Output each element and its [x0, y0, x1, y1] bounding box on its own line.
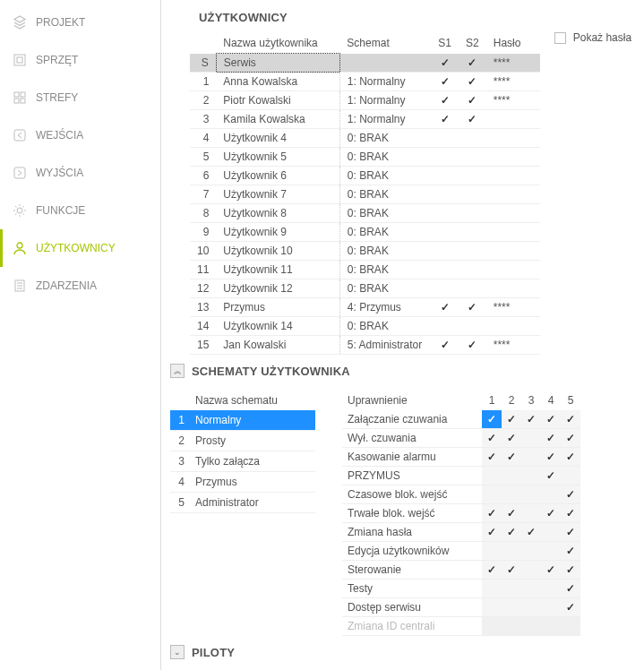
user-name-cell[interactable]: Użytkownik 5 [216, 148, 339, 167]
user-s1-checkbox[interactable] [431, 223, 459, 242]
user-scheme-cell[interactable]: 0: BRAK [339, 261, 431, 279]
user-s1-checkbox[interactable] [431, 336, 459, 355]
user-row[interactable]: 12Użytkownik 120: BRAK [190, 279, 540, 298]
user-row[interactable]: 6Użytkownik 60: BRAK [190, 167, 540, 185]
user-row[interactable]: 13Przymus4: Przymus**** [190, 298, 540, 317]
sidebar-item-zdarzenia[interactable]: ZDARZENIA [0, 267, 160, 305]
user-row[interactable]: 10Użytkownik 100: BRAK [190, 242, 540, 261]
user-password-cell[interactable] [486, 279, 540, 298]
user-row[interactable]: 2Piotr Kowalski1: Normalny**** [190, 91, 540, 110]
user-scheme-cell[interactable]: 5: Administrator [339, 336, 431, 355]
permission-checkbox[interactable] [521, 598, 541, 617]
user-s1-checkbox[interactable] [431, 204, 459, 223]
sidebar-item-wyjścia[interactable]: WYJŚCIA [0, 154, 160, 192]
user-name-cell[interactable]: Serwis [216, 54, 339, 73]
user-row[interactable]: 11Użytkownik 110: BRAK [190, 261, 540, 279]
user-name-cell[interactable]: Użytkownik 9 [216, 223, 339, 242]
sidebar-item-sprzęt[interactable]: SPRZĘT [0, 41, 160, 79]
permission-checkbox[interactable] [521, 485, 541, 504]
permission-checkbox[interactable] [521, 448, 541, 467]
user-row[interactable]: SSerwis**** [190, 54, 540, 73]
user-password-cell[interactable] [486, 242, 540, 261]
permission-checkbox[interactable] [561, 580, 580, 598]
user-scheme-cell[interactable]: 1: Normalny [339, 73, 431, 91]
permission-checkbox[interactable] [561, 561, 580, 580]
user-s2-checkbox[interactable] [459, 336, 486, 355]
permission-checkbox[interactable] [541, 504, 561, 523]
permission-checkbox[interactable] [561, 523, 580, 542]
permission-checkbox[interactable] [541, 448, 561, 467]
show-passwords-checkbox[interactable]: Pokaż hasła [554, 31, 631, 44]
user-password-cell[interactable]: **** [486, 91, 540, 110]
user-scheme-cell[interactable]: 0: BRAK [339, 223, 431, 242]
permission-checkbox[interactable] [502, 617, 521, 636]
user-password-cell[interactable]: **** [486, 54, 540, 73]
user-s2-checkbox[interactable] [459, 242, 486, 261]
permission-checkbox[interactable] [482, 598, 502, 617]
user-s2-checkbox[interactable] [459, 91, 486, 110]
permission-checkbox[interactable] [502, 523, 521, 542]
permission-checkbox[interactable] [482, 504, 502, 523]
permission-checkbox[interactable] [482, 617, 502, 636]
user-scheme-cell[interactable]: 0: BRAK [339, 129, 431, 148]
user-s1-checkbox[interactable] [431, 167, 459, 185]
permission-checkbox[interactable] [541, 580, 561, 598]
user-password-cell[interactable]: **** [486, 298, 540, 317]
permission-checkbox[interactable] [482, 485, 502, 504]
permission-checkbox[interactable] [541, 598, 561, 617]
scheme-row[interactable]: 1Normalny [170, 410, 315, 431]
sidebar-item-funkcje[interactable]: FUNKCJE [0, 192, 160, 229]
permission-checkbox[interactable] [502, 448, 521, 467]
user-scheme-cell[interactable]: 1: Normalny [339, 91, 431, 110]
user-s1-checkbox[interactable] [431, 91, 459, 110]
user-name-cell[interactable]: Użytkownik 11 [216, 261, 339, 279]
user-row[interactable]: 15Jan Kowalski5: Administrator**** [190, 336, 540, 355]
user-scheme-cell[interactable]: 1: Normalny [339, 110, 431, 129]
user-row[interactable]: 5Użytkownik 50: BRAK [190, 148, 540, 167]
permission-checkbox[interactable] [561, 598, 580, 617]
user-s1-checkbox[interactable] [431, 73, 459, 91]
collapse-remotes-icon[interactable]: ⌄ [170, 645, 185, 659]
permission-checkbox[interactable] [482, 542, 502, 561]
scheme-row[interactable]: 5Administrator [170, 493, 315, 513]
permission-checkbox[interactable] [521, 467, 541, 485]
permission-checkbox[interactable] [521, 617, 541, 636]
user-scheme-cell[interactable]: 0: BRAK [339, 204, 431, 223]
user-password-cell[interactable] [486, 317, 540, 336]
permission-checkbox[interactable] [541, 410, 561, 429]
user-password-cell[interactable] [486, 148, 540, 167]
sidebar-item-projekt[interactable]: PROJEKT [0, 4, 160, 41]
user-password-cell[interactable] [486, 185, 540, 204]
permission-checkbox[interactable] [482, 561, 502, 580]
user-name-cell[interactable]: Użytkownik 14 [216, 317, 339, 336]
permission-checkbox[interactable] [502, 429, 521, 448]
user-scheme-cell[interactable]: 0: BRAK [339, 242, 431, 261]
user-s1-checkbox[interactable] [431, 129, 459, 148]
user-row[interactable]: 3Kamila Kowalska1: Normalny [190, 110, 540, 129]
user-password-cell[interactable] [486, 167, 540, 185]
permission-checkbox[interactable] [521, 561, 541, 580]
permission-checkbox[interactable] [561, 485, 580, 504]
user-s2-checkbox[interactable] [459, 261, 486, 279]
scheme-row[interactable]: 2Prosty [170, 431, 315, 451]
permission-checkbox[interactable] [521, 542, 541, 561]
permission-checkbox[interactable] [521, 410, 541, 429]
user-name-cell[interactable]: Użytkownik 10 [216, 242, 339, 261]
permission-checkbox[interactable] [561, 617, 580, 636]
permission-checkbox[interactable] [482, 410, 502, 429]
user-s1-checkbox[interactable] [431, 242, 459, 261]
user-scheme-cell[interactable]: 4: Przymus [339, 298, 431, 317]
permission-checkbox[interactable] [541, 523, 561, 542]
permission-checkbox[interactable] [482, 523, 502, 542]
user-password-cell[interactable] [486, 261, 540, 279]
permissions-table[interactable]: Uprawnienie12345 Załączanie czuwaniaWył.… [342, 391, 580, 636]
permission-checkbox[interactable] [482, 429, 502, 448]
user-name-cell[interactable]: Użytkownik 8 [216, 204, 339, 223]
user-name-cell[interactable]: Użytkownik 12 [216, 279, 339, 298]
user-s2-checkbox[interactable] [459, 167, 486, 185]
user-s2-checkbox[interactable] [459, 204, 486, 223]
permission-checkbox[interactable] [541, 429, 561, 448]
user-password-cell[interactable] [486, 223, 540, 242]
permission-checkbox[interactable] [502, 580, 521, 598]
permission-checkbox[interactable] [502, 485, 521, 504]
